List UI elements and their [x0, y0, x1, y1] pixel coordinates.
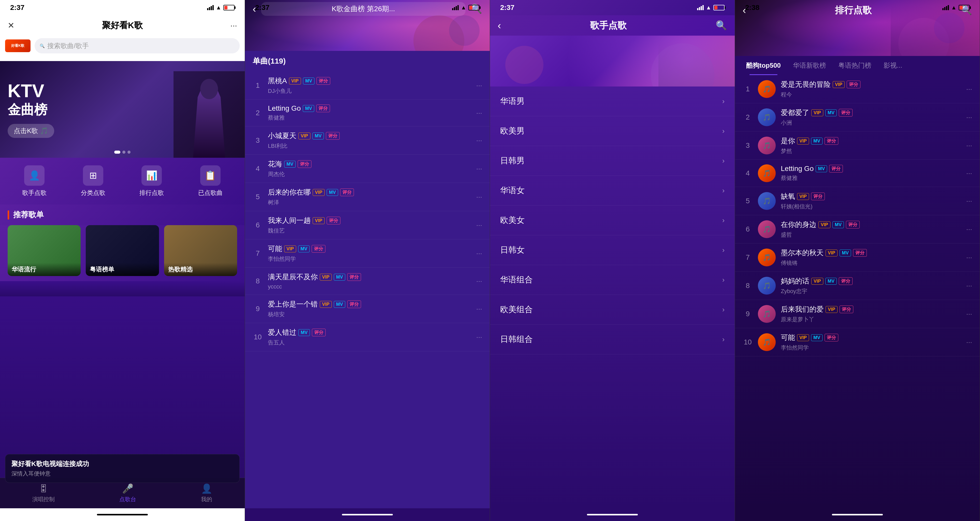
chart-item[interactable]: 1 🎵 爱是无畏的冒险 VIP评分 程今 ···: [735, 75, 980, 103]
banner-cta[interactable]: 点击K歌 🎵: [8, 124, 54, 138]
more-icon[interactable]: ···: [476, 333, 482, 341]
singer-item[interactable]: 华语女 ›: [490, 176, 735, 206]
song-item[interactable]: 8 满天星辰不及你 VIPMV评分 ycccc ···: [245, 268, 490, 295]
singer-item[interactable]: 欧美组合 ›: [490, 295, 735, 325]
mic-icon: 🎤: [122, 483, 134, 494]
back-icon-3[interactable]: ‹: [498, 20, 501, 31]
bottom-nav-control[interactable]: 🎛 演唱控制: [32, 483, 55, 503]
chart-item[interactable]: 7 🎵 墨尔本的秋天 VIPMV评分 傅镜锵 ···: [735, 243, 980, 272]
quick-item-queued[interactable]: 📋 已点歌曲: [198, 165, 223, 197]
song-name: 爱人错过 MV评分: [268, 328, 471, 337]
chart-item[interactable]: 6 🎵 在你的身边 VIPMV评分 盛哲 ···: [735, 215, 980, 243]
search-bar[interactable]: 🔍 搜索歌曲/歌手: [35, 38, 240, 53]
search-icon-3[interactable]: 🔍: [716, 20, 727, 31]
more-icon[interactable]: ···: [966, 85, 972, 93]
singer-icon: 👤: [24, 165, 45, 186]
song-item[interactable]: 2 Letting Go MV评分 蔡健雅 ···: [245, 100, 490, 126]
singer-item[interactable]: 欧美女 ›: [490, 206, 735, 235]
chart-list[interactable]: 1 🎵 爱是无畏的冒险 VIP评分 程今 ··· 2 🎵 爱都爱了 VIPMV评…: [735, 75, 980, 508]
close-icon-1[interactable]: ✕: [8, 21, 23, 30]
playlist-card-2[interactable]: 粤语榜单: [86, 225, 159, 276]
more-icon[interactable]: ···: [966, 113, 972, 121]
more-icon[interactable]: ···: [476, 221, 482, 229]
tag-MV: MV: [811, 138, 822, 145]
chart-item[interactable]: 3 🎵 是你 VIPMV评分 梦然 ···: [735, 132, 980, 160]
bottom-nav-profile[interactable]: 👤 我的: [201, 483, 212, 503]
more-icon[interactable]: ···: [966, 282, 972, 290]
song-item[interactable]: 10 爱人错过 MV评分 告五人 ···: [245, 323, 490, 351]
quick-item-chart[interactable]: 📊 排行点歌: [139, 165, 164, 197]
chart-item[interactable]: 10 🎵 可能 VIPMV评分 李怡然同学 ···: [735, 328, 980, 356]
singer-item[interactable]: 华语男 ›: [490, 86, 735, 116]
song-artist: 告五人: [268, 339, 471, 346]
singer-item[interactable]: 日韩男 ›: [490, 146, 735, 176]
playlist-card-3[interactable]: 热歌精选: [164, 225, 237, 276]
chart-name: 墨尔本的秋天 VIPMV评分: [781, 248, 961, 258]
more-icon[interactable]: ···: [476, 81, 482, 89]
song-item[interactable]: 6 我来人间一趟 VIP评分 魏佳艺 ···: [245, 211, 490, 239]
song-list-2[interactable]: 1 黑桃A VIPMV评分 DJ小鱼儿 ··· 2 Letting Go MV评…: [245, 71, 490, 508]
more-icon[interactable]: ···: [966, 225, 972, 233]
singer-item[interactable]: 欧美男 ›: [490, 116, 735, 146]
chart-tab[interactable]: 粤语热门榜: [832, 56, 877, 75]
more-icon[interactable]: ···: [966, 338, 972, 346]
song-item[interactable]: 3 小城夏天 VIPMV评分 LBI利比 ···: [245, 126, 490, 155]
more-icon[interactable]: ···: [966, 169, 972, 177]
singer-item[interactable]: 日韩组合 ›: [490, 325, 735, 354]
chart-artist: 李怡然同学: [781, 344, 961, 351]
tag-评分: 评分: [811, 192, 825, 200]
singer-name: 日韩男: [500, 155, 525, 166]
singer-item[interactable]: 日韩女 ›: [490, 235, 735, 265]
quick-item-category[interactable]: ⊞ 分类点歌: [81, 165, 105, 197]
song-item[interactable]: 7 可能 VIPMV评分 李怡然同学 ···: [245, 239, 490, 268]
song-item[interactable]: 9 爱上你是一个错 VIPMV评分 杨培安 ···: [245, 295, 490, 323]
song-rank: 1: [253, 81, 263, 89]
more-icon[interactable]: ···: [476, 109, 482, 117]
more-icon[interactable]: ···: [476, 249, 482, 257]
chart-tab[interactable]: 酷狗top500: [740, 56, 787, 75]
song-artist: DJ小鱼儿: [268, 87, 471, 95]
chart-name: Letting Go MV评分: [781, 165, 961, 173]
song-artist: 蔡健雅: [268, 114, 471, 122]
more-icon[interactable]: ···: [476, 137, 482, 145]
more-icon[interactable]: ···: [476, 165, 482, 173]
more-icon[interactable]: ···: [476, 277, 482, 285]
more-icon[interactable]: ···: [476, 193, 482, 201]
song-name: 黑桃A VIPMV评分: [268, 76, 471, 86]
chart-tab[interactable]: 影视...: [877, 56, 908, 75]
chart-item[interactable]: 8 🎵 妈妈的话 VIPMV评分 Zyboy忠宇 ···: [735, 272, 980, 300]
chart-tab[interactable]: 华语新歌榜: [787, 56, 832, 75]
playlist-card-1[interactable]: 华语流行: [8, 225, 81, 276]
bottom-nav-songs[interactable]: 🎤 点歌台: [119, 483, 136, 503]
singer-list[interactable]: 华语男 › 欧美男 › 日韩男 › 华语女 › 欧美女 › 日韩女 › 华语组合…: [490, 86, 735, 508]
quick-item-singer[interactable]: 👤 歌手点歌: [22, 165, 46, 197]
search-placeholder: 搜索歌曲/歌手: [47, 41, 89, 50]
status-icons-1: ▲: [207, 4, 235, 11]
chevron-right-icon: ›: [722, 246, 725, 254]
singer-item[interactable]: 华语组合 ›: [490, 265, 735, 295]
chart-item[interactable]: 9 🎵 后来我们的爱 VIP评分 原来是萝卜丫 ···: [735, 300, 980, 328]
wifi-icon-2: ▲: [461, 4, 466, 11]
song-info: 爱上你是一个错 VIPMV评分 杨培安: [268, 299, 471, 318]
chart-item[interactable]: 2 🎵 爱都爱了 VIPMV评分 小洲 ···: [735, 103, 980, 132]
more-icon-1[interactable]: ···: [222, 21, 237, 30]
tag-评分: 评分: [824, 334, 838, 342]
app-logo: 好看 K歌: [5, 40, 30, 52]
tag-VIP: VIP: [826, 306, 838, 313]
chart-item[interactable]: 5 🎵 缺氧 VIP评分 轩姨(相信光) ···: [735, 187, 980, 215]
song-name: 可能 VIPMV评分: [268, 244, 471, 254]
more-icon[interactable]: ···: [966, 310, 972, 318]
more-icon[interactable]: ···: [966, 141, 972, 149]
more-icon[interactable]: ···: [966, 197, 972, 205]
tag-评分: 评分: [340, 189, 354, 196]
song-item[interactable]: 5 后来的你在哪 VIPMV评分 树泽 ···: [245, 183, 490, 211]
song-item[interactable]: 1 黑桃A VIPMV评分 DJ小鱼儿 ···: [245, 71, 490, 100]
chart-item[interactable]: 4 🎵 Letting Go MV评分 蔡健雅 ···: [735, 160, 980, 187]
more-icon[interactable]: ···: [476, 305, 482, 313]
tag-MV: MV: [832, 221, 844, 228]
more-icon[interactable]: ···: [966, 253, 972, 262]
banner-area[interactable]: KTV 金曲榜 点击K歌 🎵: [0, 61, 245, 158]
song-item[interactable]: 4 花海 MV评分 周杰伦 ···: [245, 155, 490, 183]
chevron-right-icon: ›: [722, 157, 725, 165]
tag-VIP: VIP: [797, 334, 809, 341]
